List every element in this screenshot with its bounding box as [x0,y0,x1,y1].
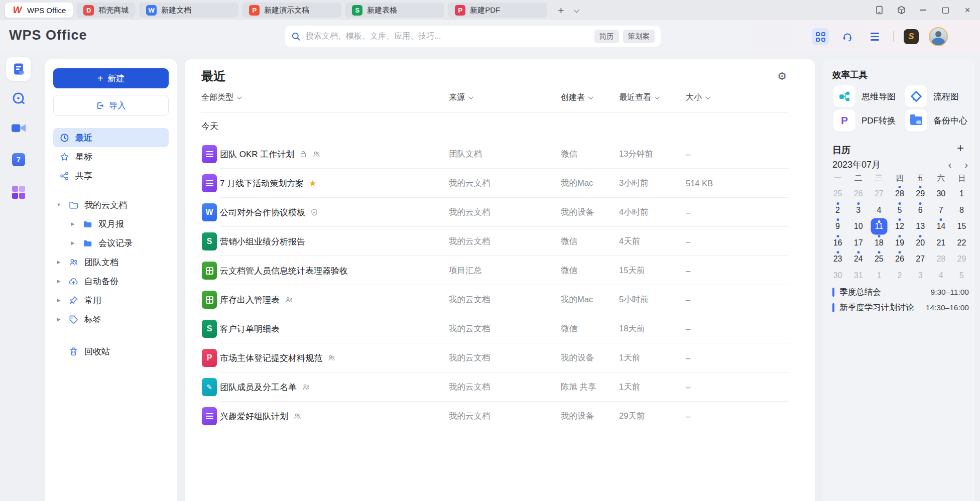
file-row[interactable]: 7 月线下活动策划方案 ★ 我的云文档 我的Mac 3小时前 514 KB [185,169,815,198]
next-month-button[interactable]: › [964,160,968,170]
filter-source[interactable]: 来源 [449,92,472,103]
tab-list-dropdown[interactable] [574,6,578,15]
main-menu-button[interactable] [866,28,883,45]
calendar-day[interactable]: 1 [869,268,889,284]
sidebar-item-recycle-bin[interactable]: 回收站 [53,342,169,361]
calendar-day[interactable]: 29 [951,251,972,268]
maximize-button[interactable] [941,6,950,15]
file-row[interactable]: ✎ 团队成员及分工名单 我的云文档 陈旭 共享 1天前 – [185,372,815,402]
sidebar-item-bimonthly-report[interactable]: ▶ 双月报 [53,214,169,233]
calendar-day[interactable]: 27 [910,251,931,268]
rail-meeting[interactable] [0,122,37,134]
tool-pdf-convert[interactable]: P PDF转换 [833,109,896,132]
calendar-day[interactable]: 3 [910,268,931,284]
gear-icon[interactable]: ⚙ [777,70,787,82]
tab-new-spreadsheet[interactable]: S 新建表格 [345,3,444,18]
caret-collapsed-icon[interactable]: ▶ [55,298,62,303]
caret-collapsed-icon[interactable]: ▶ [55,260,62,265]
caret-collapsed-icon[interactable]: ▶ [69,240,76,245]
calendar-day[interactable]: 4 [931,268,951,284]
file-row[interactable]: S 营销小组业绩分析报告 我的云文档 微信 4天前 – [185,227,815,256]
new-document-button[interactable]: + 新建 [53,68,169,88]
calendar-day[interactable]: 2 [889,268,910,284]
tab-new-document[interactable]: W 新建文档 [139,3,238,18]
calendar-day[interactable]: 9 [827,218,848,235]
calendar-day[interactable]: 25 [869,251,889,268]
calendar-day[interactable]: 5 [951,268,972,284]
calendar-day[interactable]: 12 [889,218,910,235]
calendar-day[interactable]: 27 [869,186,889,202]
rail-calendar[interactable]: 7 [0,153,37,166]
calendar-day[interactable]: 5 [889,202,910,219]
sidebar-item-starred[interactable]: 星标 [53,147,169,166]
calendar-day[interactable]: 14 [931,218,951,235]
calendar-day[interactable]: 26 [889,251,910,268]
calendar-day[interactable]: 28 [931,251,951,268]
calendar-day[interactable]: 30 [931,186,951,202]
sidebar-item-team-docs[interactable]: ▶ 团队文档 [53,253,169,272]
calendar-day[interactable]: 4 [869,202,889,219]
calendar-day[interactable]: 6 [910,202,931,219]
calendar-day[interactable]: 24 [848,251,869,268]
search-bar[interactable]: 搜索文档、模板、文库、应用、技巧... 简历 策划案 [285,26,661,47]
tool-mindmap[interactable]: 思维导图 [833,85,896,107]
search-tag-plan[interactable]: 策划案 [623,30,655,43]
calendar-day[interactable]: 23 [827,251,848,268]
sidebar-item-shared[interactable]: 共享 [53,166,169,185]
package-box-icon[interactable] [897,6,906,15]
prev-month-button[interactable]: ‹ [948,160,952,170]
new-tab-button[interactable]: + [558,5,564,16]
calendar-day[interactable]: 16 [827,235,848,252]
minimize-button[interactable] [919,6,928,15]
caret-expanded-icon[interactable]: ▼ [55,202,62,207]
calendar-day[interactable]: 30 [827,268,848,284]
tab-wps-home[interactable]: W WPS Office [5,3,73,18]
caret-collapsed-icon[interactable]: ▶ [55,279,62,284]
add-event-button[interactable]: + [957,141,964,155]
filter-last-viewed[interactable]: 最近查看 [619,92,658,103]
svip-badge[interactable]: S [904,29,919,44]
tool-backup-center[interactable]: 备份中心 [905,109,967,132]
file-row[interactable]: 库存出入管理表 我的云文档 我的Mac 5小时前 – [185,285,815,314]
calendar-day[interactable]: 10 [848,218,869,235]
tab-new-presentation[interactable]: P 新建演示文稿 [242,3,341,18]
calendar-day[interactable]: 18 [869,235,889,252]
calendar-event[interactable]: 新季度学习计划讨论 14:30–16:00 [832,300,969,315]
tool-flowchart[interactable]: 流程图 [905,85,959,107]
caret-collapsed-icon[interactable]: ▶ [55,317,62,322]
calendar-day[interactable]: 26 [848,186,869,202]
calendar-day[interactable]: 20 [910,235,931,252]
file-row[interactable]: 团队 OKR 工作计划 团队文档 微信 13分钟前 – [185,140,815,169]
calendar-day[interactable]: 28 [889,186,910,202]
calendar-day[interactable]: 21 [931,235,951,252]
sidebar-item-my-cloud-docs[interactable]: ▼ 我的云文档 [53,195,169,214]
sidebar-item-meeting-notes[interactable]: ▶ 会议记录 [53,233,169,253]
sidebar-item-auto-backup[interactable]: ▶ 自动备份 [53,272,169,291]
file-row[interactable]: P 市场主体登记提交材料规范 我的云文档 我的设备 1天前 – [185,343,815,372]
filter-all-types[interactable]: 全部类型 [201,92,240,103]
tab-new-pdf[interactable]: P 新建PDF [448,3,547,18]
rail-documents-active[interactable] [6,57,31,81]
calendar-day[interactable]: 13 [910,218,931,235]
close-button[interactable]: × [963,6,972,15]
file-row[interactable]: S 客户订单明细表 我的云文档 微信 18天前 – [185,314,815,343]
calendar-day[interactable]: 25 [827,186,848,202]
calendar-day[interactable]: 11 [869,218,889,235]
calendar-day[interactable]: 31 [848,268,869,284]
tab-docer-store[interactable]: D 稻壳商城 [76,3,136,18]
apps-grid-button[interactable] [812,28,829,45]
filter-creator[interactable]: 创建者 [561,92,592,103]
mobile-device-icon[interactable] [875,6,884,15]
calendar-day[interactable]: 2 [827,202,848,219]
caret-collapsed-icon[interactable]: ▶ [69,221,76,226]
sidebar-item-recent[interactable]: 最近 [53,128,169,147]
calendar-day[interactable]: 8 [951,202,972,219]
calendar-day[interactable]: 15 [951,218,972,235]
calendar-event[interactable]: 季度总结会 9:30–11:00 [832,284,969,300]
calendar-day[interactable]: 29 [910,186,931,202]
calendar-day[interactable]: 17 [848,235,869,252]
calendar-day[interactable]: 22 [951,235,972,252]
calendar-day[interactable]: 1 [951,186,972,202]
customer-service-button[interactable] [839,28,856,45]
file-row[interactable]: W 公司对外合作协议模板 我的云文档 我的设备 4小时前 – [185,198,815,227]
